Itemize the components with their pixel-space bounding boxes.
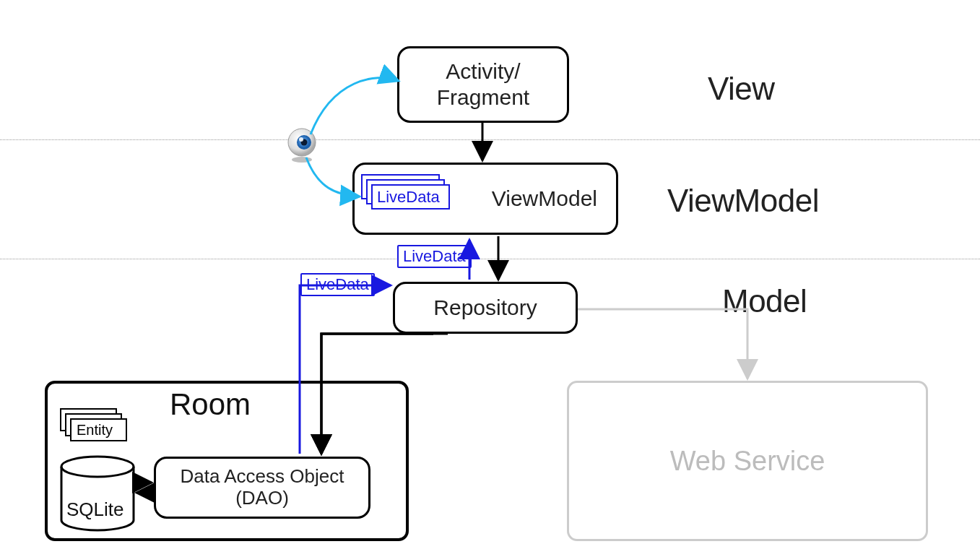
livedata-stack-text: LiveData [377,188,441,206]
viewmodel-text: ViewModel [492,186,597,212]
layer-label-model: Model [722,283,807,319]
svg-point-11 [299,137,303,142]
sqlite-cylinder-icon [58,455,137,533]
tag-livedata-repo: LiveData [300,273,375,296]
sqlite-label: SQLite [66,498,124,521]
livedata-stack-icon: LiveData [357,170,455,221]
separator-viewmodel-model [0,259,980,259]
svg-point-6 [61,457,134,477]
entity-stack-icon: Entity [58,406,137,449]
layer-label-view: View [708,71,775,107]
box-repository: Repository [393,282,578,334]
room-title: Room [170,387,251,422]
svg-point-7 [292,157,312,163]
separator-view-viewmodel [0,139,980,140]
layer-label-viewmodel: ViewModel [667,183,819,219]
box-webservice: Web Service [567,381,928,541]
box-dao: Data Access Object (DAO) [154,457,370,519]
observer-eye-icon [285,126,318,165]
box-activity-fragment: Activity/ Fragment [397,46,569,123]
entity-stack-text: Entity [77,422,113,438]
tag-livedata-mid: LiveData [397,245,472,268]
